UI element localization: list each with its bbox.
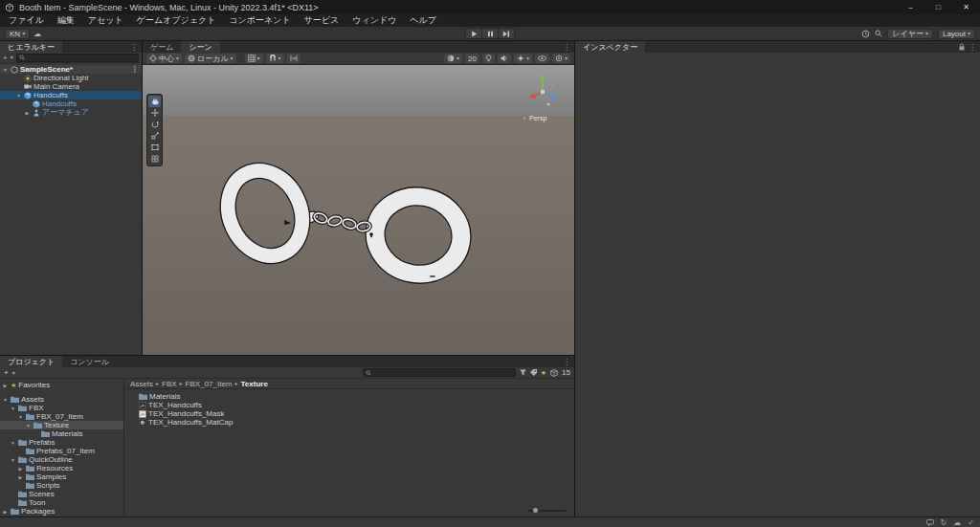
- panel-menu-icon[interactable]: ⋮: [969, 43, 976, 52]
- expand-arrow-icon[interactable]: ▼: [10, 457, 16, 463]
- hierarchy-search-input[interactable]: [16, 54, 139, 62]
- console-message-icon[interactable]: [926, 519, 934, 526]
- tree-row-fbx-07-item[interactable]: ▼ FBX_07_Item: [0, 412, 123, 421]
- expand-arrow-icon[interactable]: ▼: [2, 67, 9, 73]
- persp-label[interactable]: Persp: [529, 115, 546, 122]
- thumbnail-size-slider[interactable]: [528, 510, 567, 512]
- hierarchy-row-handcuffs-child[interactable]: Handcuffs: [0, 99, 142, 108]
- minimize-button[interactable]: –: [897, 0, 924, 14]
- lock-icon[interactable]: [959, 43, 965, 51]
- tree-row-fbx[interactable]: ▼ FBX: [0, 404, 123, 412]
- snap-toggle[interactable]: ▾: [266, 54, 284, 63]
- tree-row-materials[interactable]: Materials: [0, 429, 123, 438]
- hierarchy-row-armature[interactable]: ▶ アーマチュア: [0, 108, 142, 117]
- cloud-status-icon[interactable]: ☁: [953, 518, 961, 527]
- menu-gameobject[interactable]: ゲームオブジェクト: [130, 14, 223, 27]
- file-row-tex-handcuffs-mask[interactable]: TEX_Handcuffs_Mask: [125, 409, 574, 418]
- breadcrumb-fbx-07-item[interactable]: FBX_07_Item: [186, 380, 233, 388]
- expand-arrow-icon[interactable]: ▼: [15, 93, 22, 99]
- tree-row-texture[interactable]: ▼ Texture: [0, 421, 123, 429]
- snap-increment-toggle[interactable]: [287, 54, 301, 63]
- expand-arrow-icon[interactable]: ▼: [2, 397, 9, 403]
- tab-project[interactable]: プロジェクト: [0, 356, 62, 367]
- menu-file[interactable]: ファイル: [2, 14, 51, 27]
- tree-row-packages[interactable]: ▶ Packages: [0, 507, 123, 516]
- auto-refresh-icon[interactable]: ↻: [941, 518, 947, 527]
- create-button[interactable]: +: [4, 368, 9, 377]
- file-row-tex-handcuffs[interactable]: TEX_Handcuffs: [125, 401, 574, 409]
- tree-row-resources[interactable]: ▶ Resources: [0, 464, 123, 472]
- tree-row-favorites[interactable]: ▶ ★ Favorites: [0, 381, 123, 389]
- hierarchy-row-handcuffs[interactable]: ▼ Handcuffs: [0, 91, 142, 99]
- menu-services[interactable]: サービス: [298, 14, 346, 27]
- cloud-services-icon[interactable]: ☁: [33, 30, 41, 38]
- breadcrumb-texture[interactable]: Texture: [241, 380, 268, 388]
- tab-console[interactable]: コンソール: [62, 356, 117, 367]
- menu-window[interactable]: ウィンドウ: [345, 14, 403, 27]
- expand-arrow-icon[interactable]: ▶: [2, 383, 9, 388]
- tree-row-toon[interactable]: Toon: [0, 498, 123, 507]
- breadcrumb-fbx[interactable]: FBX: [162, 380, 177, 388]
- layout-dropdown[interactable]: Layout ▾: [938, 29, 975, 39]
- rect-tool-button[interactable]: [148, 142, 161, 153]
- scene-visibility-toggle[interactable]: [535, 54, 549, 63]
- menu-help[interactable]: ヘルプ: [403, 14, 443, 27]
- panel-menu-icon[interactable]: ⋮: [563, 358, 570, 366]
- camera-fov-field[interactable]: 20: [465, 54, 479, 63]
- pivot-mode-dropdown[interactable]: 中心 ▾: [146, 54, 182, 63]
- step-button[interactable]: [498, 28, 515, 39]
- undo-history-icon[interactable]: [861, 30, 870, 38]
- save-search-icon[interactable]: ★: [541, 369, 546, 377]
- project-search-input[interactable]: [363, 368, 516, 377]
- tree-row-scripts[interactable]: Scripts: [0, 481, 123, 490]
- maximize-button[interactable]: □: [924, 0, 952, 14]
- scale-tool-button[interactable]: [148, 130, 161, 142]
- search-icon[interactable]: [875, 30, 882, 37]
- file-row-tex-handcuffs-matcap[interactable]: TEX_Handcuffs_MatCap: [125, 418, 574, 427]
- tab-scene[interactable]: シーン: [181, 41, 219, 53]
- slider-knob[interactable]: [533, 508, 538, 513]
- play-button[interactable]: [465, 28, 482, 39]
- expand-arrow-icon[interactable]: ▶: [17, 474, 24, 480]
- view-tool-button[interactable]: [148, 96, 161, 107]
- breadcrumb-assets[interactable]: Assets: [130, 380, 153, 388]
- rotate-tool-button[interactable]: [148, 119, 161, 130]
- menu-edit[interactable]: 編集: [51, 14, 81, 27]
- hierarchy-row-samplescene[interactable]: ▼ SampleScene* ⋮: [0, 65, 142, 74]
- expand-arrow-icon[interactable]: ▶: [24, 110, 31, 116]
- pause-button[interactable]: [481, 28, 499, 39]
- expand-arrow-icon[interactable]: ▼: [25, 423, 32, 428]
- expand-arrow-icon[interactable]: ▼: [10, 406, 16, 411]
- search-by-type-icon[interactable]: [520, 369, 526, 376]
- menu-assets[interactable]: アセット: [81, 14, 130, 27]
- close-button[interactable]: ✕: [952, 0, 980, 14]
- hierarchy-row-directional-light[interactable]: Directional Light: [0, 74, 142, 82]
- tree-row-prefabs[interactable]: ▼ Prefabs: [0, 438, 123, 447]
- tree-row-scenes[interactable]: Scenes: [0, 490, 123, 498]
- account-button[interactable]: KN ▾: [5, 29, 30, 39]
- file-row-materials[interactable]: Materials: [125, 392, 574, 401]
- transform-tool-button[interactable]: [148, 153, 161, 165]
- panel-menu-icon[interactable]: ⋮: [130, 43, 138, 52]
- move-tool-button[interactable]: [148, 107, 161, 119]
- search-by-label-icon[interactable]: [530, 369, 537, 376]
- create-button[interactable]: +: [3, 54, 8, 62]
- tab-inspector[interactable]: インスペクター: [575, 41, 645, 53]
- scene-lighting-toggle[interactable]: [482, 54, 495, 63]
- tab-hierarchy[interactable]: ヒエラルキー: [0, 41, 62, 53]
- activity-check-icon[interactable]: ✓: [968, 518, 974, 527]
- menu-component[interactable]: コンポーネント: [222, 14, 297, 27]
- panel-menu-icon[interactable]: ⋮: [563, 43, 570, 52]
- tree-row-samples[interactable]: ▶ Samples: [0, 472, 123, 481]
- handle-space-dropdown[interactable]: ローカル ▾: [185, 54, 236, 63]
- scene-canvas[interactable]: ‹ Persp: [143, 65, 574, 355]
- scene-effects-dropdown[interactable]: ▾: [514, 54, 532, 63]
- hidden-packages-icon[interactable]: [550, 369, 558, 377]
- scene-audio-toggle[interactable]: [498, 54, 511, 63]
- draw-mode-dropdown[interactable]: ▾: [444, 54, 462, 63]
- expand-arrow-icon[interactable]: ▼: [17, 414, 24, 420]
- tab-game[interactable]: ゲーム: [143, 41, 181, 53]
- tree-row-prefabs-07-item[interactable]: Prefabs_07_Item: [0, 447, 123, 455]
- expand-arrow-icon[interactable]: ▶: [2, 509, 9, 515]
- expand-arrow-icon[interactable]: ▼: [10, 440, 16, 446]
